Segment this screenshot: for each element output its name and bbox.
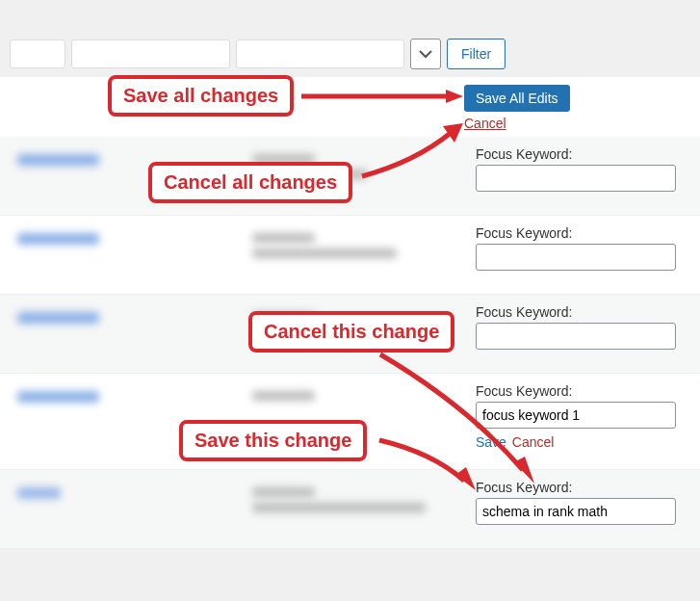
annotation-callout: Save this change [179, 420, 367, 461]
tag-placeholder [252, 248, 397, 258]
focus-keyword-field: Focus Keyword: [476, 383, 676, 429]
category-link-placeholder[interactable] [17, 391, 99, 403]
focus-keyword-input[interactable] [476, 244, 676, 271]
annotation-callout: Cancel all changes [148, 162, 352, 203]
tag-placeholder [252, 487, 315, 497]
chevron-down-icon [418, 46, 433, 62]
tag-placeholder [252, 503, 426, 512]
cancel-all-link[interactable]: Cancel [464, 116, 506, 131]
table-row: Focus Keyword: [0, 470, 700, 549]
category-filter-select[interactable] [71, 39, 230, 68]
save-all-edits-button[interactable]: Save All Edits [464, 85, 570, 112]
category-link-placeholder[interactable] [17, 487, 61, 499]
annotation-callout: Cancel this change [248, 311, 454, 353]
category-link-placeholder[interactable] [17, 312, 99, 324]
bulk-save-region: Save All Edits Cancel [0, 77, 700, 137]
type-filter-select[interactable] [236, 39, 404, 68]
bulk-action-select[interactable] [10, 39, 65, 68]
category-link-placeholder[interactable] [17, 154, 99, 166]
focus-keyword-label: Focus Keyword: [476, 146, 676, 162]
tag-placeholder [252, 391, 315, 401]
focus-keyword-field: Focus Keyword: [476, 304, 676, 350]
focus-keyword-label: Focus Keyword: [476, 383, 676, 399]
focus-keyword-input[interactable] [476, 498, 676, 525]
focus-keyword-input[interactable] [476, 165, 676, 192]
focus-keyword-field: Focus Keyword: [476, 480, 676, 525]
focus-keyword-field: Focus Keyword: [476, 225, 676, 271]
focus-keyword-input[interactable] [476, 402, 676, 429]
dropdown-toggle[interactable] [410, 39, 441, 69]
annotation-callout: Save all changes [108, 75, 294, 117]
filter-toolbar: Filter [0, 0, 700, 77]
focus-keyword-label: Focus Keyword: [476, 225, 676, 241]
filter-button[interactable]: Filter [447, 39, 506, 69]
focus-keyword-input[interactable] [476, 323, 676, 350]
focus-keyword-label: Focus Keyword: [476, 304, 676, 320]
category-link-placeholder[interactable] [17, 233, 99, 245]
row-cancel-link[interactable]: Cancel [512, 434, 555, 450]
table-row: Focus Keyword: [0, 216, 700, 295]
focus-keyword-field: Focus Keyword: [476, 146, 676, 192]
tag-placeholder [252, 233, 315, 243]
row-save-link[interactable]: Save [476, 434, 506, 450]
row-actions: Save Cancel [476, 434, 554, 450]
focus-keyword-label: Focus Keyword: [476, 480, 676, 495]
